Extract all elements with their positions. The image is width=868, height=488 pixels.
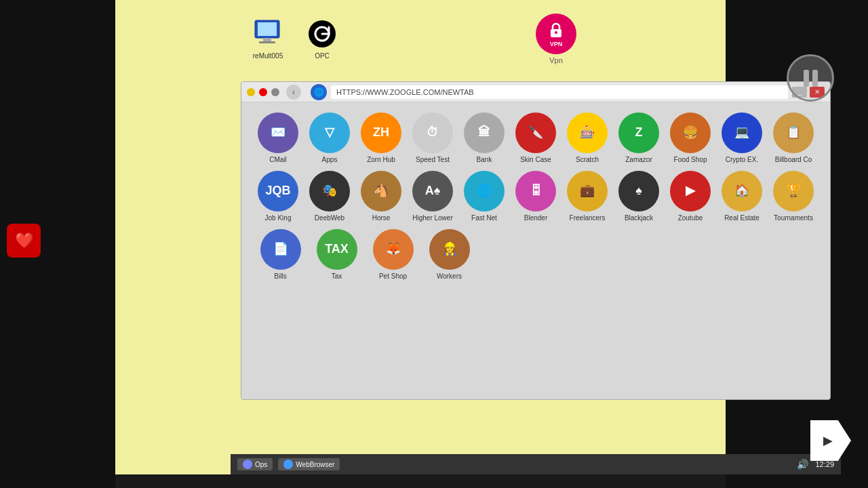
app-circle-tournaments: 🏆 bbox=[773, 171, 814, 211]
app-label-petshop: Pet Shop bbox=[379, 272, 407, 281]
browser-window: ‹ 🌐 HTTPS://WWW.ZOOGLE.COM/NEWTAB _ ✕ ✉️… bbox=[241, 81, 831, 400]
app-circle-deebweb: 🎭 bbox=[309, 171, 350, 211]
app-circle-bank: 🏛 bbox=[464, 113, 505, 153]
taskbar-webbrowser[interactable]: WebBrowser bbox=[278, 458, 340, 470]
app-grid: ✉️CMail▽AppsZHZorn Hub⏱Speed Test🏛Bank🔪S… bbox=[255, 113, 816, 281]
app-circle-skincase: 🔪 bbox=[515, 113, 556, 153]
app-circle-blender: 🎛 bbox=[515, 171, 556, 211]
titlebar-dot-gray[interactable] bbox=[271, 88, 279, 96]
ops-icon bbox=[243, 460, 252, 469]
app-item-billboard[interactable]: 📋Billboard Co bbox=[770, 113, 816, 164]
app-row-1: ✉️CMail▽AppsZHZorn Hub⏱Speed Test🏛Bank🔪S… bbox=[255, 113, 816, 164]
app-item-blackjack[interactable]: ♠Blackjack bbox=[616, 171, 662, 222]
app-item-petshop[interactable]: 🦊Pet Shop bbox=[368, 229, 418, 281]
pause-bar-right bbox=[812, 70, 818, 87]
app-label-workers: Workers bbox=[437, 272, 462, 281]
app-circle-billboard: 📋 bbox=[773, 113, 814, 153]
desktop-icon-refresh[interactable]: OPC bbox=[298, 17, 346, 60]
taskbar: Ops WebBrowser 🔊 12:29 bbox=[231, 454, 841, 474]
app-item-bills[interactable]: 📄Bills bbox=[255, 229, 306, 281]
svg-point-6 bbox=[555, 31, 557, 34]
heart-rate-icon[interactable]: ❤️ bbox=[7, 224, 41, 258]
app-item-scratch[interactable]: 🎰Scratch bbox=[564, 113, 610, 164]
app-circle-zamazor: Z bbox=[618, 113, 659, 153]
app-label-foodshop: Food Shop bbox=[674, 156, 707, 164]
computer-icon bbox=[250, 17, 287, 51]
app-item-fastnet[interactable]: 🌐Fast Net bbox=[461, 171, 507, 222]
app-item-tournaments[interactable]: 🏆Tournaments bbox=[770, 171, 816, 222]
titlebar-dot-yellow[interactable] bbox=[247, 88, 255, 96]
app-circle-speedtest: ⏱ bbox=[412, 113, 453, 153]
app-circle-blackjack: ♠ bbox=[618, 171, 659, 211]
app-item-skincase[interactable]: 🔪Skin Case bbox=[513, 113, 559, 164]
app-label-realestate: Real Estate bbox=[724, 214, 760, 222]
app-circle-zoutube: ▶ bbox=[670, 171, 711, 211]
app-item-apps[interactable]: ▽Apps bbox=[307, 113, 353, 164]
app-label-bank: Bank bbox=[477, 156, 492, 164]
app-label-cmail: CMail bbox=[269, 156, 287, 164]
app-circle-apps: ▽ bbox=[309, 113, 350, 153]
app-circle-higherlower: A♠ bbox=[412, 171, 453, 211]
svg-rect-3 bbox=[259, 41, 275, 43]
app-label-blender: Blender bbox=[524, 214, 547, 222]
app-row-3: 📄BillsTAXTax🦊Pet Shop👷Workers bbox=[255, 229, 816, 281]
app-item-workers[interactable]: 👷Workers bbox=[424, 229, 475, 281]
app-label-jobking: Job King bbox=[265, 214, 292, 222]
app-item-realestate[interactable]: 🏠Real Estate bbox=[719, 171, 765, 222]
app-item-deebweb[interactable]: 🎭DeebWeb bbox=[307, 171, 353, 222]
app-label-billboard: Billboard Co bbox=[775, 156, 812, 164]
titlebar-dot-red[interactable] bbox=[259, 88, 267, 96]
app-item-foodshop[interactable]: 🍔Food Shop bbox=[667, 113, 713, 164]
app-circle-workers: 👷 bbox=[429, 229, 470, 270]
app-item-horse[interactable]: 🐴Horse bbox=[358, 171, 404, 222]
app-circle-realestate: 🏠 bbox=[722, 171, 762, 211]
app-item-crypto[interactable]: 💻Crypto EX. bbox=[719, 113, 765, 164]
app-circle-foodshop: 🍔 bbox=[670, 113, 711, 153]
desktop: reMult005 OPC VPN Vpn bbox=[115, 0, 726, 474]
taskbar-time: 12:29 bbox=[815, 460, 834, 468]
url-bar[interactable]: HTTPS://WWW.ZOOGLE.COM/NEWTAB bbox=[331, 85, 788, 99]
app-label-zornhub: Zorn Hub bbox=[367, 156, 395, 164]
app-item-tax[interactable]: TAXTax bbox=[311, 229, 362, 281]
desktop-icons-area: reMult005 OPC bbox=[244, 17, 346, 60]
app-item-speedtest[interactable]: ⏱Speed Test bbox=[410, 113, 456, 164]
browser-titlebar: ‹ 🌐 HTTPS://WWW.ZOOGLE.COM/NEWTAB _ ✕ bbox=[241, 82, 830, 102]
app-circle-bills: 📄 bbox=[260, 229, 301, 270]
app-item-jobking[interactable]: JQBJob King bbox=[255, 171, 301, 222]
app-item-zornhub[interactable]: ZHZorn Hub bbox=[358, 113, 404, 164]
app-item-freelancers[interactable]: 💼Freelancers bbox=[564, 171, 610, 222]
app-circle-horse: 🐴 bbox=[361, 171, 401, 211]
app-item-cmail[interactable]: ✉️CMail bbox=[255, 113, 301, 164]
refresh-label: OPC bbox=[315, 52, 330, 60]
app-circle-fastnet: 🌐 bbox=[464, 171, 505, 211]
app-label-higherlower: Higher Lower bbox=[412, 214, 452, 222]
app-item-zoutube[interactable]: ▶Zoutube bbox=[667, 171, 713, 222]
app-label-skincase: Skin Case bbox=[520, 156, 551, 164]
app-label-deebweb: DeebWeb bbox=[315, 214, 344, 222]
refresh-icon bbox=[304, 17, 341, 51]
desktop-icon-computer[interactable]: reMult005 bbox=[244, 17, 292, 60]
volume-icon[interactable]: 🔊 bbox=[797, 459, 808, 470]
app-label-tournaments: Tournaments bbox=[774, 214, 813, 222]
computer-label: reMult005 bbox=[253, 52, 283, 60]
app-circle-crypto: 💻 bbox=[722, 113, 762, 153]
browser-content: ✉️CMail▽AppsZHZorn Hub⏱Speed Test🏛Bank🔪S… bbox=[241, 102, 830, 399]
webbrowser-icon bbox=[283, 460, 293, 469]
app-label-zoutube: Zoutube bbox=[678, 214, 703, 222]
taskbar-ops-label: Ops bbox=[255, 461, 267, 468]
app-circle-petshop: 🦊 bbox=[373, 229, 414, 270]
app-row-2: JQBJob King🎭DeebWeb🐴HorseA♠Higher Lower🌐… bbox=[255, 171, 816, 222]
app-label-speedtest: Speed Test bbox=[416, 156, 450, 164]
back-button[interactable]: ‹ bbox=[286, 85, 301, 100]
app-item-zamazor[interactable]: ZZamazor bbox=[616, 113, 662, 164]
app-label-crypto: Crypto EX. bbox=[726, 156, 758, 164]
vpn-icon[interactable]: VPN Vpn bbox=[536, 14, 576, 64]
app-item-higherlower[interactable]: A♠Higher Lower bbox=[410, 171, 456, 222]
app-item-bank[interactable]: 🏛Bank bbox=[461, 113, 507, 164]
pause-bar-left bbox=[804, 70, 809, 87]
app-label-fastnet: Fast Net bbox=[471, 214, 497, 222]
app-circle-cmail: ✉️ bbox=[258, 113, 298, 153]
taskbar-ops[interactable]: Ops bbox=[237, 458, 273, 470]
pause-button[interactable] bbox=[787, 54, 834, 102]
app-item-blender[interactable]: 🎛Blender bbox=[513, 171, 559, 222]
